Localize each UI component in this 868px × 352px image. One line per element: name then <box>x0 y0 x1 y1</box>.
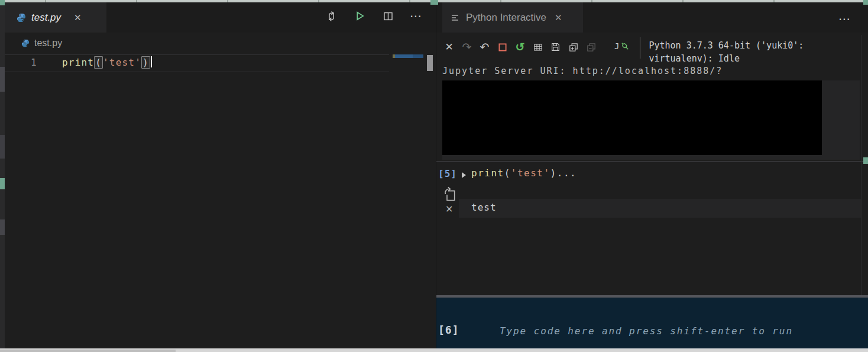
variables-grid-icon <box>533 42 543 53</box>
selection-handle-left-middle <box>0 178 5 189</box>
save-icon <box>550 42 561 52</box>
selection-handle-right-middle <box>863 157 868 164</box>
jupyter-label: J <box>614 41 619 51</box>
code-rest: )... <box>550 167 577 179</box>
cell-5: [5] print('test')... <box>436 166 868 184</box>
tab-label: Python Interactive <box>466 12 546 24</box>
remove-cell-button[interactable]: ✕ <box>445 204 453 215</box>
selection-handle-top-center <box>430 0 438 5</box>
collapse-all-cells-button[interactable] <box>585 41 597 53</box>
interactive-toolbar: ✕ ↷ ↶ ↺ <box>436 35 868 69</box>
breadcrumb-file: test.py <box>34 38 62 49</box>
python-icon <box>21 39 30 47</box>
undo-button[interactable]: ↶ <box>478 41 491 53</box>
cell-output-text: test <box>471 202 497 213</box>
sliver-mark <box>0 67 5 92</box>
bracket-open: ( <box>94 56 103 69</box>
goto-code-icon <box>443 186 458 202</box>
editor-tab-bar: test.py ✕ <box>5 2 436 33</box>
code-string: 'test' <box>511 167 550 179</box>
split-editor-icon <box>383 11 394 22</box>
interactive-pane: Python Interactive ✕ ⋯ ✕ ↷ ↶ ↺ <box>436 2 868 348</box>
background-app-sliver <box>0 2 5 348</box>
kernel-status-line1: Python 3.7.3 64-bit ('yuki0': <box>649 39 804 52</box>
input-placeholder: Type code here and press shift-enter to … <box>500 325 793 337</box>
redo-button[interactable]: ↷ <box>461 41 473 53</box>
play-icon <box>354 10 365 22</box>
kernel-status-line2: virtualenv): Idle <box>649 52 804 65</box>
restart-kernel-button[interactable]: ↺ <box>514 41 526 53</box>
interrupt-kernel-button[interactable] <box>496 41 509 53</box>
jupyter-server-uri: Jupyter Server URI: http://localhost:888… <box>442 66 723 76</box>
variable-explorer-button[interactable] <box>532 41 544 53</box>
interactive-window-icon <box>451 13 460 22</box>
editor-actions: ⋯ <box>325 9 423 22</box>
minimap[interactable] <box>393 54 423 58</box>
split-editor-button[interactable] <box>381 9 394 22</box>
code-text: print('test') <box>62 56 152 68</box>
selection-handle-top-right <box>863 0 868 5</box>
selection-handle-top-left <box>0 0 5 5</box>
expand-all-icon <box>568 42 579 53</box>
cell-code: print('test')... <box>471 167 576 179</box>
close-icon[interactable]: ✕ <box>74 12 82 23</box>
save-button[interactable] <box>549 41 562 53</box>
jupyter-server-button[interactable]: J <box>614 41 630 51</box>
interrupt-icon <box>497 42 508 53</box>
python-icon <box>17 13 26 22</box>
horizontal-scrollbar[interactable] <box>0 348 868 352</box>
code-keyword: print <box>471 167 504 179</box>
editor-current-line[interactable]: 1 print('test') <box>5 54 389 72</box>
tab-python-interactive[interactable]: Python Interactive ✕ <box>442 2 583 33</box>
redacted-output-block <box>442 80 822 155</box>
section-divider <box>436 161 868 162</box>
scrollbar-thumb[interactable] <box>0 350 176 352</box>
editor-pane: test.py ✕ <box>5 2 436 348</box>
delete-all-cells-button[interactable]: ✕ <box>443 41 455 53</box>
code-keyword: print <box>62 57 94 68</box>
more-actions-button[interactable]: ⋯ <box>838 12 851 26</box>
collapse-all-icon <box>586 42 597 53</box>
plug-connected-icon <box>620 41 630 51</box>
bracket-close: ) <box>141 56 150 69</box>
interactive-scrollbar-gutter <box>861 35 861 295</box>
line-number: 1 <box>31 57 37 68</box>
sliver-mark <box>0 219 5 235</box>
code-input-area[interactable]: [6] Type code here and press shift-enter… <box>436 298 868 348</box>
tab-test-py[interactable]: test.py ✕ <box>5 2 106 33</box>
open-changes-button[interactable] <box>325 9 338 22</box>
goto-code-button[interactable] <box>443 186 459 203</box>
run-python-file-button[interactable] <box>353 9 366 22</box>
compare-changes-icon <box>326 11 337 22</box>
interactive-tab-bar: Python Interactive ✕ ⋯ <box>436 2 868 33</box>
collapse-input-icon[interactable] <box>462 172 466 178</box>
toolbar-separator <box>640 37 640 59</box>
cell-output-row: test <box>459 199 861 218</box>
code-string: 'test' <box>103 57 141 68</box>
overview-ruler-marker[interactable] <box>427 55 433 71</box>
more-actions-button[interactable]: ⋯ <box>410 9 423 22</box>
close-icon[interactable]: ✕ <box>555 12 562 23</box>
expand-all-cells-button[interactable] <box>567 41 579 53</box>
sliver-mark <box>0 135 5 159</box>
breadcrumb[interactable]: test.py <box>21 38 62 49</box>
input-prompt: [6] <box>438 324 459 336</box>
vscode-window: test.py ✕ <box>0 0 868 352</box>
bracket-open: ( <box>504 167 511 179</box>
kernel-status: Python 3.7.3 64-bit ('yuki0': virtualenv… <box>649 39 804 65</box>
text-cursor <box>151 56 152 67</box>
cell-prompt: [5] <box>438 168 457 179</box>
tab-label: test.py <box>31 12 61 24</box>
